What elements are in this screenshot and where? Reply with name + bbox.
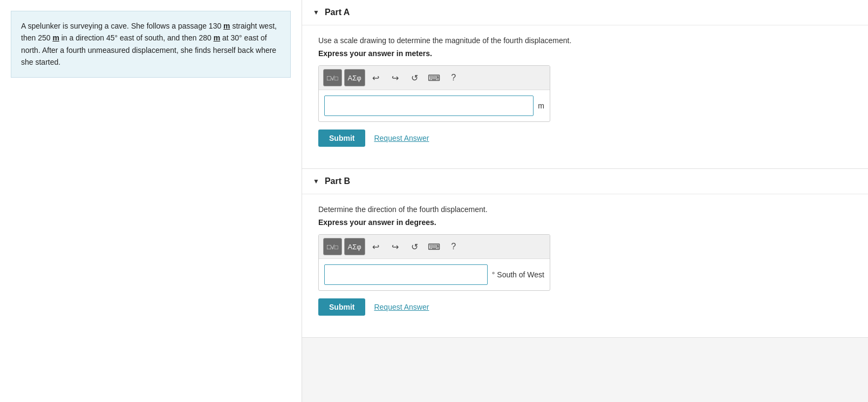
- part-a-input-row: m: [319, 90, 550, 121]
- part-b-instruction: Express your answer in degrees.: [318, 218, 852, 227]
- part-b-answer-input[interactable]: [324, 264, 488, 285]
- part-a-actions: Submit Request Answer: [318, 130, 852, 147]
- right-panel: ▼ Part A Use a scale drawing to determin…: [302, 0, 868, 402]
- part-b-title: Part B: [325, 176, 350, 186]
- part-b-submit-button[interactable]: Submit: [318, 298, 365, 316]
- math-template-icon-b: □√□: [327, 243, 338, 251]
- undo-button-b[interactable]: ↩: [367, 238, 385, 255]
- redo-button-a[interactable]: ↪: [387, 69, 404, 86]
- part-a-instruction: Express your answer in meters.: [318, 49, 852, 58]
- part-a-submit-button[interactable]: Submit: [318, 130, 365, 147]
- part-b-description: Determine the direction of the fourth di…: [318, 205, 852, 214]
- part-a-answer-input[interactable]: [324, 96, 534, 116]
- math-template-button-b[interactable]: □√□: [323, 238, 342, 255]
- part-b-request-answer-button[interactable]: Request Answer: [374, 303, 429, 311]
- unit-m-3: m: [214, 33, 220, 42]
- part-b-header[interactable]: ▼ Part B: [302, 169, 868, 194]
- part-b-toolbar: □√□ ΑΣφ ↩ ↪ ↺ ⌨ ?: [319, 235, 550, 259]
- part-a-header[interactable]: ▼ Part A: [302, 0, 868, 25]
- keyboard-button-a[interactable]: ⌨: [426, 69, 443, 86]
- part-b-content: Determine the direction of the fourth di…: [302, 194, 868, 326]
- unit-m-1: m: [223, 22, 230, 30]
- unit-m-2: m: [52, 33, 59, 42]
- part-a-description: Use a scale drawing to determine the mag…: [318, 36, 852, 45]
- part-b-math-editor: □√□ ΑΣφ ↩ ↪ ↺ ⌨ ? ° South of West: [318, 234, 550, 291]
- redo-button-b[interactable]: ↪: [387, 238, 404, 255]
- part-b-input-row: ° South of West: [319, 259, 550, 290]
- part-a-title: Part A: [325, 8, 350, 17]
- part-a-section: ▼ Part A Use a scale drawing to determin…: [302, 0, 868, 169]
- greek-symbols-button-b[interactable]: ΑΣφ: [344, 238, 365, 255]
- help-button-a[interactable]: ?: [445, 69, 462, 86]
- greek-symbols-icon-a: ΑΣφ: [348, 74, 361, 82]
- part-a-request-answer-button[interactable]: Request Answer: [374, 134, 429, 142]
- chevron-down-icon-a: ▼: [313, 9, 319, 16]
- reset-button-a[interactable]: ↺: [406, 69, 423, 86]
- reset-button-b[interactable]: ↺: [406, 238, 423, 255]
- part-b-unit: ° South of West: [492, 270, 544, 279]
- part-b-section: ▼ Part B Determine the direction of the …: [302, 169, 868, 338]
- keyboard-button-b[interactable]: ⌨: [426, 238, 443, 255]
- undo-button-a[interactable]: ↩: [367, 69, 385, 86]
- greek-symbols-icon-b: ΑΣφ: [348, 243, 361, 251]
- chevron-down-icon-b: ▼: [313, 178, 319, 185]
- problem-text: A spelunker is surveying a cave. She fol…: [21, 22, 277, 66]
- math-template-button-a[interactable]: □√□: [323, 69, 342, 86]
- part-a-content: Use a scale drawing to determine the mag…: [302, 25, 868, 158]
- part-a-math-editor: □√□ ΑΣφ ↩ ↪ ↺ ⌨ ? m: [318, 65, 550, 122]
- problem-box: A spelunker is surveying a cave. She fol…: [11, 11, 291, 78]
- left-panel: A spelunker is surveying a cave. She fol…: [0, 0, 302, 402]
- part-b-actions: Submit Request Answer: [318, 298, 852, 316]
- part-a-toolbar: □√□ ΑΣφ ↩ ↪ ↺ ⌨ ?: [319, 66, 550, 90]
- greek-symbols-button-a[interactable]: ΑΣφ: [344, 69, 365, 86]
- help-button-b[interactable]: ?: [445, 238, 462, 255]
- math-template-icon-a: □√□: [327, 74, 338, 82]
- part-a-unit: m: [538, 101, 544, 110]
